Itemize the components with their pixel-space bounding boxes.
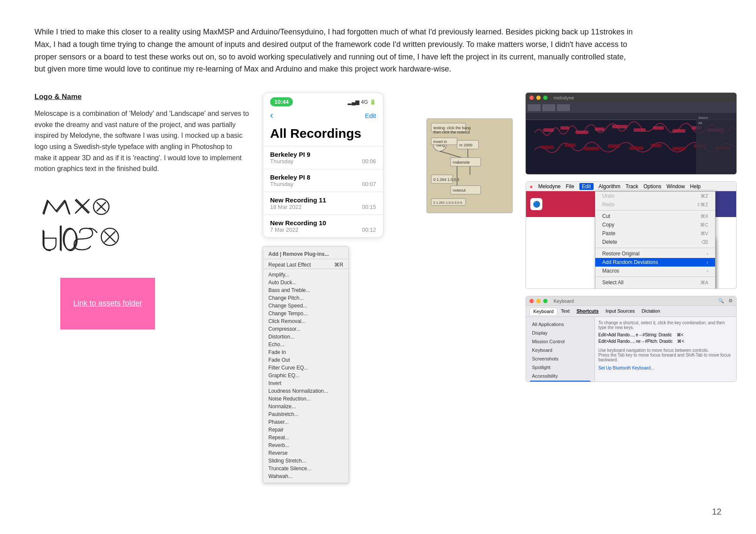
tab-shortcuts[interactable]: Shortcuts <box>573 307 602 315</box>
effect-invert[interactable]: Invert <box>263 379 348 387</box>
options-menu-item[interactable]: Options <box>644 183 661 189</box>
minimize-dot[interactable] <box>536 96 541 100</box>
kb-display[interactable]: Display <box>529 329 591 337</box>
recording-duration-4: 00:12 <box>362 227 376 233</box>
effect-sliding-stretch[interactable]: Sliding Stretch... <box>263 457 348 465</box>
recording-item-2[interactable]: Berkeley PI 8 Thursday 00:07 <box>263 169 383 192</box>
undo-item[interactable]: Undo ⌘Z <box>595 192 715 200</box>
paste-item[interactable]: Paste ⌘V <box>595 229 715 238</box>
kb-app-shortcuts[interactable]: App Shortcuts <box>529 381 591 382</box>
svg-rect-37 <box>595 127 604 131</box>
right-column: melodyne <box>526 93 737 382</box>
maximize-dot[interactable] <box>543 96 548 100</box>
effect-reverse[interactable]: Reverse <box>263 449 348 457</box>
effect-echo[interactable]: Echo... <box>263 341 348 348</box>
tab-dictation[interactable]: Dictation <box>638 307 664 315</box>
repeat-label: Repeat Last Effect <box>268 262 311 268</box>
svg-rect-46 <box>584 147 599 150</box>
select-all-item[interactable]: Select All ⌘A <box>595 278 715 287</box>
waveform-svg: Select All <box>526 102 736 174</box>
kb-mission-control[interactable]: Mission Control <box>529 338 591 345</box>
effect-normalize[interactable]: Normalize... <box>263 403 348 410</box>
main-content: Logo & Name Meloscape is a combination o… <box>34 93 722 483</box>
cut-item[interactable]: Cut ⌘X <box>595 212 715 220</box>
tab-keyboard[interactable]: Keyboard <box>529 307 557 315</box>
kb-close-dot[interactable] <box>529 299 534 303</box>
redo-item[interactable]: Redo ⇧⌘Z <box>595 200 715 209</box>
effect-wahwah[interactable]: Wahwah... <box>263 472 348 480</box>
phone-edit-button[interactable]: Edit <box>365 112 376 119</box>
kb-accessibility[interactable]: Accessibility <box>529 372 591 380</box>
left-column: Logo & Name Meloscape is a combination o… <box>34 93 250 329</box>
effect-repeat[interactable]: Repeat... <box>263 434 348 441</box>
close-dot[interactable] <box>529 96 534 100</box>
recording-item-4[interactable]: New Recording 10 7 Mar 2022 00:12 <box>263 214 383 237</box>
recording-name-3: New Recording 11 <box>270 196 326 204</box>
kb-spotlight[interactable]: Spotlight <box>529 363 591 371</box>
effect-fade-in[interactable]: Fade In <box>263 348 348 356</box>
finder-icon: 🔵 <box>530 198 542 210</box>
effect-noise-reduction[interactable]: Noise Reduction... <box>263 395 348 403</box>
restore-item[interactable]: Restore Original › <box>595 249 715 258</box>
recording-info-4: New Recording 10 7 Mar 2022 <box>270 219 326 233</box>
select-special-item[interactable]: Select Special › <box>595 287 715 289</box>
edit-menu-item[interactable]: Edit <box>579 183 594 190</box>
assets-link[interactable]: Link to assets folder <box>73 299 142 308</box>
kb-minimize-dot[interactable] <box>536 299 541 303</box>
kb-maximize-dot[interactable] <box>543 299 548 303</box>
recording-item-3[interactable]: New Recording 11 18 Mar 2022 00:15 <box>263 192 383 214</box>
repeat-shortcut: ⌘R <box>334 262 343 268</box>
separator-1 <box>595 210 715 211</box>
effect-auto-duck[interactable]: Auto Duck... <box>263 279 348 286</box>
kb-gear-icon[interactable]: ⚙ <box>728 298 733 304</box>
effect-compressor[interactable]: Compressor... <box>263 325 348 333</box>
undo-shortcut: ⌘Z <box>700 193 708 199</box>
svg-text:testing: click the bang: testing: click the bang <box>433 126 471 130</box>
window-menu-item[interactable]: Window <box>666 183 685 189</box>
macros-item[interactable]: Macros › <box>595 267 715 275</box>
algorithm-menu-item[interactable]: Algorithm <box>599 183 621 189</box>
effect-change-speed[interactable]: Change Speed... <box>263 302 348 310</box>
effect-repair[interactable]: Repair <box>263 426 348 434</box>
effect-bass-treble[interactable]: Bass and Treble... <box>263 286 348 294</box>
effect-fade-out[interactable]: Fade Out <box>263 356 348 364</box>
kb-keyboard[interactable]: Keyboard <box>529 346 591 354</box>
effect-graphic-eq[interactable]: Graphic EQ... <box>263 372 348 379</box>
effect-click-removal[interactable]: Click Removal... <box>263 317 348 325</box>
assets-link-box[interactable]: Link to assets folder <box>60 278 155 329</box>
effect-amplify[interactable]: Amplify... <box>263 271 348 279</box>
recording-info-3: New Recording 11 18 Mar 2022 <box>270 196 326 210</box>
effect-truncate-silence[interactable]: Truncate Silence... <box>263 465 348 472</box>
track-menu-item[interactable]: Track <box>625 183 638 189</box>
add-random-item[interactable]: Add Random Deviations › <box>595 258 715 267</box>
help-menu-item[interactable]: Help <box>690 183 701 189</box>
melodyne-menu-item[interactable]: Melodyne <box>538 183 560 189</box>
tab-input-sources[interactable]: Input Sources <box>602 307 638 315</box>
effect-loudness[interactable]: Loudness Normalization... <box>263 387 348 395</box>
effect-reverb[interactable]: Reverb... <box>263 441 348 449</box>
file-menu-item[interactable]: File <box>566 183 574 189</box>
kb-all-apps[interactable]: All Applications <box>529 320 591 328</box>
effect-change-tempo[interactable]: Change Tempo... <box>263 310 348 317</box>
effect-change-pitch[interactable]: Change Pitch... <box>263 294 348 302</box>
effect-phaser[interactable]: Phaser... <box>263 418 348 426</box>
cut-label: Cut <box>602 213 610 219</box>
effects-repeat-row[interactable]: Repeat Last Effect ⌘R <box>263 261 348 269</box>
maxmsp-screenshot: testing: click the bang then click the n… <box>426 118 513 213</box>
phone-back-button[interactable]: ‹ <box>270 110 273 121</box>
recording-item-1[interactable]: Berkeley PI 9 Thursday 00:06 <box>263 146 383 169</box>
kb-bluetooth-setup[interactable]: Set Up Bluetooth Keyboard... <box>598 366 733 370</box>
tab-text[interactable]: Text <box>557 307 573 315</box>
kb-screenshots[interactable]: Screenshots <box>529 355 591 363</box>
paste-shortcut: ⌘V <box>700 231 708 236</box>
delete-item[interactable]: Delete ⌫ <box>595 238 715 246</box>
effect-paulstretch[interactable]: Paulstretch... <box>263 410 348 418</box>
copy-item[interactable]: Copy ⌘C <box>595 220 715 229</box>
svg-rect-36 <box>576 130 588 134</box>
edit-dropdown: Undo ⌘Z Redo ⇧⌘Z Cut ⌘X Copy ⌘C <box>595 191 716 289</box>
effects-menu-header[interactable]: Add | Remove Plug-ins... <box>263 249 348 259</box>
effect-distortion[interactable]: Distortion... <box>263 333 348 341</box>
svg-rect-45 <box>565 143 576 147</box>
effect-filter-curve[interactable]: Filter Curve EQ... <box>263 364 348 372</box>
kb-search-icon[interactable]: 🔍 <box>718 298 724 304</box>
